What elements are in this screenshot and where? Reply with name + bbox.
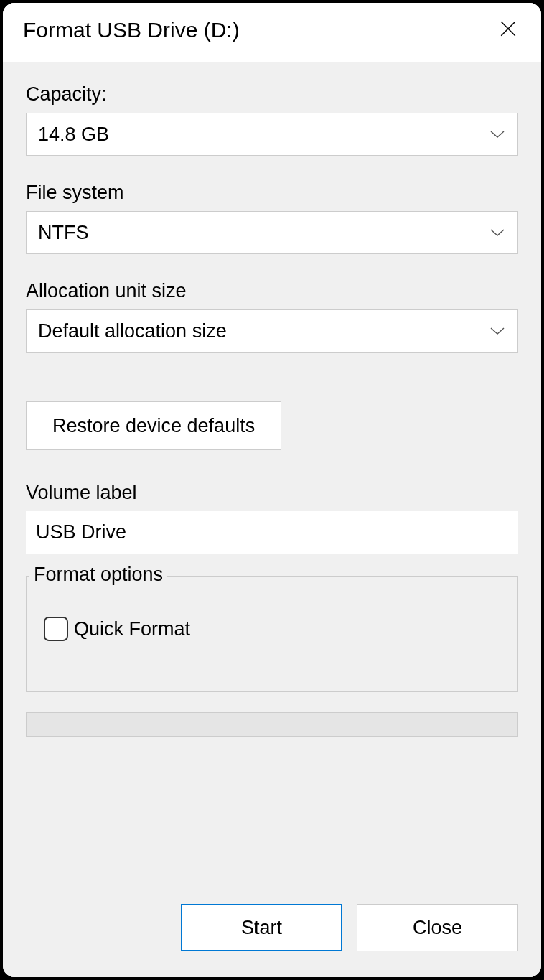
filesystem-label: File system <box>26 182 518 204</box>
format-dialog: Format USB Drive (D:) Capacity: 14.8 GB … <box>1 1 543 979</box>
quick-format-row: Quick Format <box>44 617 500 641</box>
allocation-label: Allocation unit size <box>26 280 518 302</box>
quick-format-checkbox[interactable] <box>44 617 68 641</box>
restore-defaults-button[interactable]: Restore device defaults <box>26 401 281 450</box>
capacity-dropdown[interactable]: 14.8 GB <box>26 113 518 156</box>
chevron-down-icon <box>489 322 506 340</box>
close-icon <box>499 19 517 41</box>
filesystem-dropdown[interactable]: NTFS <box>26 211 518 254</box>
capacity-value: 14.8 GB <box>38 123 489 146</box>
allocation-dropdown[interactable]: Default allocation size <box>26 309 518 353</box>
quick-format-label: Quick Format <box>74 618 190 640</box>
format-options-legend: Format options <box>29 564 167 586</box>
close-window-button[interactable] <box>492 14 524 46</box>
dialog-content: Capacity: 14.8 GB File system NTFS Alloc… <box>3 62 541 977</box>
format-options-group: Format options Quick Format <box>26 576 518 692</box>
volume-label-input[interactable] <box>26 511 518 554</box>
filesystem-value: NTFS <box>38 222 489 244</box>
capacity-label: Capacity: <box>26 83 518 106</box>
allocation-value: Default allocation size <box>38 320 489 342</box>
volume-label-label: Volume label <box>26 482 518 504</box>
dialog-button-row: Start Close <box>26 904 518 956</box>
start-button[interactable]: Start <box>181 904 342 951</box>
chevron-down-icon <box>489 224 506 241</box>
titlebar: Format USB Drive (D:) <box>3 3 541 62</box>
window-title: Format USB Drive (D:) <box>23 18 240 42</box>
close-button[interactable]: Close <box>357 904 518 951</box>
chevron-down-icon <box>489 126 506 143</box>
format-progress-bar <box>26 712 518 737</box>
